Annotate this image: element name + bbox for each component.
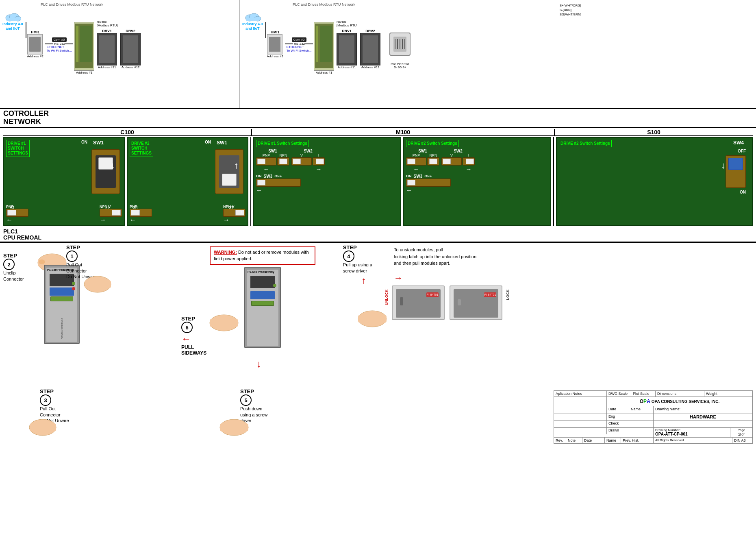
step2-circle: 2 [3, 259, 15, 270]
svg-point-17 [39, 259, 45, 264]
m100-d2-sw3: SW3 [414, 174, 423, 179]
unlock-lock-diagrams: UNLOCK PI-84T01 LOCK PI-84T01 [392, 285, 753, 320]
svg-rect-21 [30, 423, 56, 431]
m100-d1-sw1: SW1 [268, 149, 277, 153]
addr12-left: Address #12 [120, 65, 141, 69]
opa-p: P [643, 399, 647, 404]
addr1-left: Address #1 [74, 71, 94, 74]
warning-box: WARNING: Do not add or remove modules wi… [210, 246, 315, 265]
step4-label: STEP [343, 244, 372, 251]
drawing-name-area: Drawing Name: [654, 406, 752, 414]
hand-mid-right [356, 307, 389, 331]
m100-drive1-card: DRIVE #1 Switch Settings SW1 PNP ← [253, 137, 401, 226]
industry-label-left: Industry 4.0 and IIoT [2, 22, 23, 31]
drawing-number-area: Drawing Number: OPA-ATT-CP-001 [654, 428, 730, 437]
m100-drive2-card: DRIVE #2 Switch Settings SW1 PNP ← [403, 137, 551, 226]
app-space3 [554, 414, 607, 420]
company-name-text: OPA CONSULTING SERVICES, INC. [652, 399, 719, 404]
m100-d1-on: ON [256, 174, 262, 178]
info-row-5: Check [554, 421, 752, 428]
m100-d2-on: ON [406, 174, 412, 178]
s100-d2-sw4: SW4 [733, 140, 744, 146]
c100-d1-on: ON [81, 140, 87, 144]
cloud-icon-right [244, 10, 261, 22]
s100-drives: DRIVE #2 Switch Settings SW4 OFF ON ↓ [554, 137, 753, 226]
plot-scale-cell: Plot Scale [631, 391, 656, 396]
drawing-name-value-cell: HARDWARE [654, 414, 752, 420]
lock-label: LOCK [506, 290, 510, 300]
hand-bottom [28, 416, 58, 440]
hand-top-right [83, 273, 113, 296]
plc-device2-visual: P1-S40 Productivity [244, 267, 281, 348]
c100-label: C100 [3, 129, 251, 136]
m100-d2-sw1: SW1 [418, 149, 427, 153]
info-row-7: Rev. Note Date Name Prev. Hist. All Righ… [554, 438, 752, 443]
m100-d2-v: V [441, 153, 462, 157]
app-notes-cell: Aplication Notes [554, 391, 607, 396]
addr2-left: Address #2 [27, 54, 43, 58]
right-network-title: PLC and Drives Modbus RTU Network [293, 2, 355, 7]
m100-d1-sw2: SW2 [304, 149, 313, 153]
s100-d2-on: ON [740, 190, 746, 194]
info-row-4: Eng HARDWARE [554, 414, 752, 421]
c100-d1-i: I [117, 210, 119, 214]
step2-label: STEP [3, 253, 24, 259]
c100-d1-npn: NPN V [100, 205, 111, 209]
plc-section-header: PLC1 CPU REMOAL [0, 228, 756, 241]
all-rights-cell: All Rights Reserved [654, 438, 732, 443]
check-name-cell [629, 421, 654, 427]
drawn-name-cell [629, 428, 654, 437]
wiring-sg: SG[WHT/BRN] [560, 12, 581, 17]
drv1-label-left: DRV1 [97, 29, 117, 33]
company-name-cell: O P A OPA CONSULTING SERVICES, INC. [607, 397, 752, 406]
m100-label: M100 [251, 129, 554, 136]
unstack-note: To unstack modules, pull locking latch u… [392, 244, 753, 269]
addr12-right: Address #12 [360, 65, 380, 69]
drawn-label-cell: Drawn [607, 428, 629, 437]
m100-d1-v: V [291, 153, 312, 157]
step2-area: STEP 2 Unclip Connector [3, 253, 24, 282]
rev-cell: Rev. [554, 438, 566, 443]
step2-desc: Unclip Connector [3, 270, 24, 282]
hmi1-label-right: HMI1 [267, 30, 283, 34]
drv1-label-right: DRV1 [337, 29, 357, 33]
ethernet-label-left: ETHERNET To Wi-Fi Switch... [47, 46, 72, 53]
svg-rect-7 [246, 18, 259, 21]
top-diagrams-section: PLC and Drives Modbus RTU Network Indust… [0, 0, 756, 109]
pin-labels: Pin8 Pin7 Pin1 [388, 63, 412, 66]
weight-cell: Weight [704, 391, 752, 396]
s100-d2-title: DRIVE #2 Switch Settings [559, 140, 612, 147]
step1-label: STEP [66, 244, 96, 251]
step4-circle: 4 [343, 251, 354, 262]
drawing-name-label: Drawing Name: [655, 407, 680, 411]
warning-label: WARNING: [214, 250, 237, 255]
m100-d2-sw2: SW2 [454, 149, 463, 153]
info-row-2: O P A OPA CONSULTING SERVICES, INC. [554, 397, 752, 406]
c100-d2-i: I [241, 210, 242, 214]
eng-label-cell: Eng [607, 414, 629, 420]
controller-network-title: COTROLLER NETWORK [3, 110, 49, 126]
wiring-s-plus: S+[WHT/ORG] [560, 3, 581, 8]
sub-section-labels: C100 M100 S100 [0, 129, 756, 136]
drv2-label-right: DRV2 [360, 29, 380, 33]
page-label: Page [732, 428, 751, 432]
addr1-right: Address #1 [314, 71, 334, 74]
note-cell: Note [566, 438, 582, 443]
check-label-cell: Check [607, 421, 629, 427]
c100-drive1-card: DRIVE #1 SWITCH SETTINGS SW1 ON ↓ J3 J1 … [3, 137, 125, 226]
rs485-label-left: RS485 [Modbus RTU] [97, 20, 117, 27]
m100-d2-npn: NPN [427, 153, 439, 157]
opa-a: A [647, 399, 650, 404]
ethernet-label-right: ETHERNET To Wi-Fi Switch... [287, 46, 312, 53]
prev-hist-cell: Prev. Hist. [621, 438, 654, 443]
m100-d1-off: OFF [274, 174, 282, 178]
m100-d1-title: DRIVE #1 Switch Settings [256, 140, 309, 147]
plc-left-area: STEP 2 Unclip Connector P1-S40 Productiv… [3, 244, 174, 444]
c100-d1-pnp: PNP [6, 205, 14, 209]
automationdirect-label: AUTOMATIONDIRECT [61, 313, 63, 344]
c100-d2-pnp: PNP [130, 205, 137, 209]
step1-circle: 1 [66, 251, 78, 262]
c100-d1-sw: SW1 [93, 140, 104, 146]
step5-circle: 5 [240, 394, 252, 406]
left-network-diagram: PLC and Drives Modbus RTU Network Indust… [0, 0, 240, 108]
